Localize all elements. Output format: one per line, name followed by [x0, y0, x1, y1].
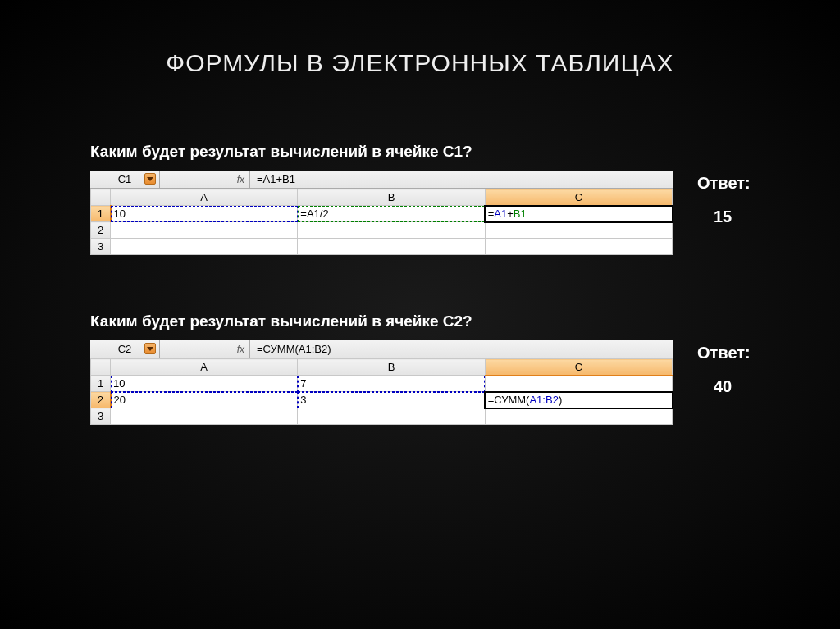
question-2: Каким будет результат вычислений в ячейк…: [90, 312, 774, 330]
row-header-3[interactable]: 3: [91, 239, 111, 255]
row-header-2b[interactable]: 2: [91, 392, 111, 408]
name-box-1[interactable]: C1: [90, 171, 160, 188]
cell-a1[interactable]: 10: [111, 206, 298, 222]
fx-zone-1: fx: [160, 171, 250, 188]
answer-label-1: Ответ:: [697, 174, 751, 193]
cell-c1[interactable]: =A1+B1: [485, 206, 672, 222]
answer-block-1: Ответ: 15: [697, 171, 751, 226]
corner-cell-2[interactable]: [91, 359, 111, 376]
row-header-1[interactable]: 1: [91, 206, 111, 222]
cell-c3[interactable]: [485, 239, 672, 255]
fx-icon[interactable]: fx: [237, 174, 244, 185]
row-header-1b[interactable]: 1: [91, 376, 111, 392]
col-header-b[interactable]: B: [298, 189, 485, 206]
col-header-b-2[interactable]: B: [298, 359, 485, 376]
name-box-dropdown-icon-2[interactable]: [144, 343, 156, 354]
formula-bar-2: C2 fx =СУММ(A1:B2): [90, 340, 673, 358]
question-1: Каким будет результат вычислений в ячейк…: [90, 143, 774, 161]
cell-a1b[interactable]: 10: [111, 376, 298, 392]
corner-cell[interactable]: [91, 189, 111, 206]
cell-c2[interactable]: [485, 222, 672, 239]
cell-b2[interactable]: [298, 222, 485, 239]
slide-content: Каким будет результат вычислений в ячейк…: [0, 77, 840, 425]
c1-plus: +: [507, 207, 514, 220]
row-header-2[interactable]: 2: [91, 222, 111, 239]
cell-a3[interactable]: [111, 239, 298, 255]
cell-b1b[interactable]: 7: [298, 376, 485, 392]
cell-b2b[interactable]: 3: [298, 392, 485, 408]
name-box-2[interactable]: C2: [90, 340, 160, 358]
grid-2: A B C 1 10 7 2 20 3 =СУММ(A1:B2) 3: [90, 358, 673, 425]
fx-zone-2: fx: [160, 340, 250, 358]
name-box-dropdown-icon[interactable]: [144, 173, 156, 185]
cell-a3b[interactable]: [111, 408, 298, 425]
name-box-value: C1: [118, 173, 132, 185]
cell-b1[interactable]: =A1/2: [298, 206, 485, 222]
answer-block-2: Ответ: 40: [697, 340, 751, 396]
cell-a2b[interactable]: 20: [111, 392, 298, 408]
formula-text-2[interactable]: =СУММ(A1:B2): [250, 343, 331, 355]
name-box-value-2: C2: [118, 343, 132, 355]
c1-ref-a1: A1: [494, 207, 507, 220]
grid-1: A B C 1 10 =A1/2 =A1+B1 2 3: [90, 189, 673, 255]
c1-ref-b1: B1: [514, 207, 527, 220]
cell-c2b[interactable]: =СУММ(A1:B2): [485, 392, 672, 408]
col-header-c-2[interactable]: C: [485, 359, 672, 376]
cell-b3[interactable]: [298, 239, 485, 255]
slide-title: ФОРМУЛЫ В ЭЛЕКТРОННЫХ ТАБЛИЦАХ: [0, 0, 840, 77]
excel-block-1: C1 fx =A1+B1 A B C 1 10: [90, 171, 673, 255]
c2-eq: =СУММ(: [488, 394, 530, 406]
fx-icon-2[interactable]: fx: [237, 344, 244, 355]
col-header-a[interactable]: A: [111, 189, 298, 206]
cell-a2[interactable]: [111, 222, 298, 239]
c2-range: A1:B2: [529, 394, 558, 406]
col-header-c[interactable]: C: [485, 189, 672, 206]
excel-block-2: C2 fx =СУММ(A1:B2) A B C 1 10: [90, 340, 673, 425]
row-header-3b[interactable]: 3: [91, 408, 111, 425]
c2-close: ): [559, 394, 562, 406]
answer-value-2: 40: [714, 377, 751, 396]
cell-c1b[interactable]: [485, 376, 672, 392]
answer-label-2: Ответ:: [697, 344, 751, 362]
formula-text-1[interactable]: =A1+B1: [250, 173, 295, 185]
answer-value-1: 15: [714, 207, 751, 226]
formula-bar-1: C1 fx =A1+B1: [90, 171, 673, 189]
cell-c3b[interactable]: [485, 408, 672, 425]
cell-b3b[interactable]: [298, 408, 485, 425]
col-header-a-2[interactable]: A: [111, 359, 298, 376]
